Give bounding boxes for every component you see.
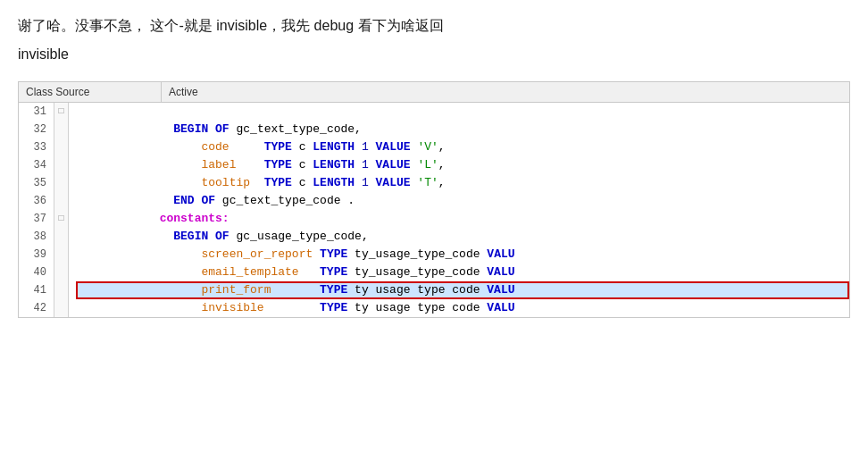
code-panel: Class Source Active 31 32 33 34 35 36 37…	[18, 81, 850, 318]
fold-39	[54, 246, 68, 264]
fold-37[interactable]: □	[54, 210, 68, 228]
code-line-31: BEGIN OF gc_text_type_code,	[76, 103, 849, 121]
fold-31[interactable]: □	[54, 103, 68, 121]
panel-header: Class Source Active	[19, 82, 849, 103]
ln-31: 31	[19, 103, 50, 121]
message-line1: 谢了哈。没事不急， 这个-就是 invisible，我先 debug 看下为啥返…	[18, 14, 850, 38]
ln-35: 35	[19, 174, 50, 192]
code-body: 31 32 33 34 35 36 37 38 39 40 41 42 □ □	[19, 103, 849, 317]
ln-42: 42	[19, 299, 50, 317]
ln-36: 36	[19, 192, 50, 210]
ln-38: 38	[19, 228, 50, 246]
ln-39: 39	[19, 246, 50, 264]
fold-32	[54, 121, 68, 138]
fold-36	[54, 192, 68, 210]
fold-34	[54, 156, 68, 174]
ln-34: 34	[19, 156, 50, 174]
ln-41: 41	[19, 281, 50, 299]
header-active: Active	[162, 82, 205, 102]
fold-38	[54, 228, 68, 246]
fold-column: □ □	[54, 103, 69, 317]
fold-42	[54, 299, 68, 317]
header-class-source: Class Source	[19, 82, 162, 102]
line-numbers: 31 32 33 34 35 36 37 38 39 40 41 42	[19, 103, 54, 317]
fold-35	[54, 174, 68, 192]
fold-40	[54, 264, 68, 281]
message-line2: invisible	[18, 43, 850, 66]
fold-33	[54, 138, 68, 156]
fold-41	[54, 281, 68, 299]
code-content: BEGIN OF gc_text_type_code, code TYPE c …	[69, 103, 849, 317]
ln-37: 37	[19, 210, 50, 228]
ln-32: 32	[19, 121, 50, 138]
message-block: 谢了哈。没事不急， 这个-就是 invisible，我先 debug 看下为啥返…	[18, 14, 850, 65]
ln-40: 40	[19, 264, 50, 281]
ln-33: 33	[19, 138, 50, 156]
